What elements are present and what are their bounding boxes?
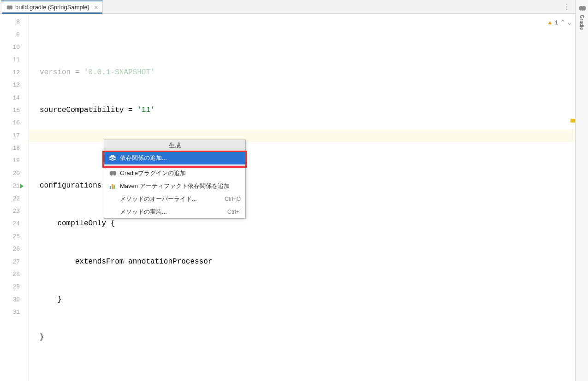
svg-rect-0	[110, 186, 111, 189]
line-number: 14	[0, 91, 28, 104]
line-number: 13	[0, 79, 28, 91]
tab-bar: build.gradle (SpringSample) × ⋮	[0, 0, 575, 14]
elephant-icon	[578, 5, 586, 14]
editor-tab[interactable]: build.gradle (SpringSample) ×	[1, 0, 103, 13]
generate-popup: 生成 依存関係の追加... Gradleプラグインの追加 Maven アーティフ…	[104, 140, 246, 219]
more-icon[interactable]: ⋮	[558, 2, 575, 11]
line-number: 20	[0, 167, 28, 180]
menu-label: メソッドの実装...	[120, 208, 167, 216]
inspection-badge[interactable]: ▲ 1 ⌃ ⌄	[548, 17, 572, 29]
warning-count: 1	[554, 17, 558, 29]
warning-icon: ▲	[548, 17, 552, 29]
menu-label: Maven アーティファクト依存関係を追加	[120, 182, 230, 190]
line-number: 22	[0, 192, 28, 205]
line-number: 18	[0, 142, 28, 154]
line-number: 16	[0, 117, 28, 129]
shortcut: Ctrl+I	[227, 209, 241, 215]
line-number: 31	[0, 306, 28, 318]
line-gutter: 8 9 10 11 12 13 14 15 16 17 18 19 20 21 …	[0, 14, 29, 381]
line-number: 11	[0, 53, 28, 66]
line-number: 29	[0, 281, 28, 293]
svg-rect-2	[113, 185, 115, 189]
line-number: 26	[0, 243, 28, 255]
line-number: 27	[0, 255, 28, 268]
line-number: 12	[0, 66, 28, 79]
line-number: 25	[0, 230, 28, 243]
menu-label: 依存関係の追加...	[120, 154, 167, 162]
line-number[interactable]: 21	[0, 180, 28, 192]
popup-title: 生成	[104, 140, 245, 152]
line-number: 8	[0, 16, 28, 28]
line-number: 15	[0, 104, 28, 117]
line-number: 10	[0, 41, 28, 53]
warning-marker[interactable]	[570, 119, 575, 123]
menu-add-gradle-plugin[interactable]: Gradleプラグインの追加	[104, 167, 245, 180]
line-number: 24	[0, 217, 28, 230]
elephant-icon	[109, 170, 116, 177]
line-number: 17	[0, 129, 28, 142]
line-number: 9	[0, 28, 28, 41]
shortcut: Ctrl+O	[225, 196, 241, 202]
line-number: 28	[0, 268, 28, 281]
menu-add-dependency[interactable]: 依存関係の追加...	[104, 152, 245, 164]
tab-filename: build.gradle (SpringSample)	[15, 4, 89, 11]
line-number: 19	[0, 154, 28, 167]
line-number: 23	[0, 205, 28, 217]
gradle-tool-window[interactable]: Gradle	[576, 3, 588, 32]
menu-label: Gradleプラグインの追加	[120, 169, 186, 177]
right-toolbar: Gradle	[575, 0, 588, 381]
layers-icon	[109, 154, 116, 162]
close-icon[interactable]: ×	[94, 4, 98, 11]
bars-icon	[109, 182, 116, 190]
svg-rect-1	[112, 184, 113, 189]
line-number: 30	[0, 293, 28, 306]
chevron-up-icon[interactable]: ⌃	[561, 17, 564, 29]
menu-label: メソッドのオーバーライド...	[120, 195, 197, 203]
menu-override-methods[interactable]: メソッドのオーバーライド... Ctrl+O	[104, 193, 245, 205]
chevron-down-icon[interactable]: ⌄	[568, 17, 571, 29]
elephant-icon	[6, 4, 12, 11]
menu-add-maven-dependency[interactable]: Maven アーティファクト依存関係を追加	[104, 180, 245, 193]
sidebar-label: Gradle	[579, 15, 585, 30]
menu-implement-methods[interactable]: メソッドの実装... Ctrl+I	[104, 205, 245, 218]
